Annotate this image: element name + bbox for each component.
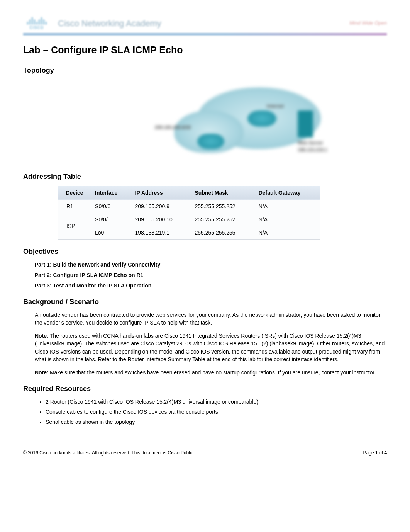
list-item: 2 Router (Cisco 1941 with Cisco IOS Rele… — [46, 398, 387, 406]
page-current: 1 — [375, 450, 378, 456]
cell-ip: 209.165.200.9 — [131, 200, 191, 213]
topology-heading: Topology — [23, 65, 387, 76]
page-total: 4 — [384, 450, 387, 456]
resources-list: 2 Router (Cisco 1941 with Cisco IOS Rele… — [46, 398, 387, 426]
cell-device: R1 — [58, 200, 91, 213]
router-isp-icon — [247, 110, 276, 127]
topology-label-server: Web Server 198.133.219.1 — [298, 139, 327, 153]
brand-text: CISCO — [30, 25, 44, 31]
background-paragraph: An outside vendor has been contracted to… — [35, 311, 387, 327]
cell-gw: N/A — [255, 200, 320, 213]
router-r1-icon — [197, 134, 224, 149]
table-row: ISP S0/0/0 209.165.200.10 255.255.255.25… — [58, 213, 320, 226]
page-title: Lab – Configure IP SLA ICMP Echo — [23, 43, 387, 58]
page-footer: © 2016 Cisco and/or its affiliates. All … — [23, 449, 387, 456]
col-device: Device — [58, 186, 91, 200]
objective-item: Part 1: Build the Network and Verify Con… — [35, 261, 387, 269]
background-note-1: Note: The routers used with CCNA hands-o… — [35, 332, 387, 363]
col-ip: IP Address — [131, 186, 191, 200]
tagline-text: Mind Wide Open — [349, 19, 387, 27]
cell-ip: 209.165.200.10 — [131, 213, 191, 226]
cell-ip: 198.133.219.1 — [131, 226, 191, 239]
page-label: Page — [363, 450, 375, 456]
cell-mask: 255.255.255.252 — [191, 213, 254, 226]
objective-item: Part 3: Test and Monitor the IP SLA Oper… — [35, 282, 387, 290]
note-label: Note — [35, 333, 47, 339]
note-text: : Make sure that the routers and switche… — [47, 369, 376, 376]
page-header: CISCO Cisco Networking Academy Mind Wide… — [23, 15, 387, 35]
addressing-table: Device Interface IP Address Subnet Mask … — [58, 186, 320, 240]
list-item: Serial cable as shown in the topology — [46, 418, 387, 426]
cell-gw: N/A — [255, 213, 320, 226]
note-text: : The routers used with CCNA hands-on la… — [35, 333, 385, 362]
table-header-row: Device Interface IP Address Subnet Mask … — [58, 186, 320, 200]
background-note-2: Note: Make sure that the routers and swi… — [35, 369, 387, 376]
cell-gw: N/A — [255, 226, 320, 239]
col-gateway: Default Gateway — [255, 186, 320, 200]
cell-mask: 255.255.255.255 — [191, 226, 254, 239]
resources-heading: Required Resources — [23, 384, 387, 394]
copyright-text: © 2016 Cisco and/or its affiliates. All … — [23, 449, 195, 456]
cisco-logo-icon: CISCO — [23, 15, 50, 31]
logo-group: CISCO Cisco Networking Academy — [23, 15, 161, 31]
background-heading: Background / Scenario — [23, 297, 387, 307]
cell-iface: S0/0/0 — [91, 200, 131, 213]
note-label: Note — [35, 369, 47, 376]
list-item: Console cables to configure the Cisco IO… — [46, 408, 387, 416]
objective-item: Part 2: Configure IP SLA ICMP Echo on R1 — [35, 271, 387, 279]
background-body: An outside vendor has been contracted to… — [35, 311, 387, 377]
page-of: of — [378, 450, 385, 456]
objectives-heading: Objectives — [23, 246, 387, 257]
cell-iface: Lo0 — [91, 226, 131, 239]
topology-label-internet: Internet — [267, 103, 284, 110]
table-row: Lo0 198.133.219.1 255.255.255.255 N/A — [58, 226, 320, 239]
cell-mask: 255.255.255.252 — [191, 200, 254, 213]
cell-device: ISP — [58, 213, 91, 239]
server-icon — [298, 110, 313, 138]
academy-title: Cisco Networking Academy — [58, 17, 161, 30]
cell-iface: S0/0/0 — [91, 213, 131, 226]
addressing-heading: Addressing Table — [23, 172, 387, 182]
col-interface: Interface — [91, 186, 131, 200]
page-indicator: Page 1 of 4 — [363, 449, 387, 456]
objectives-list: Part 1: Build the Network and Verify Con… — [35, 261, 387, 290]
topology-diagram: 209.165.200.8/30 Internet Web Server 198… — [97, 80, 313, 165]
table-row: R1 S0/0/0 209.165.200.9 255.255.255.252 … — [58, 200, 320, 213]
col-mask: Subnet Mask — [191, 186, 254, 200]
topology-label-subnet: 209.165.200.8/30 — [155, 124, 191, 131]
